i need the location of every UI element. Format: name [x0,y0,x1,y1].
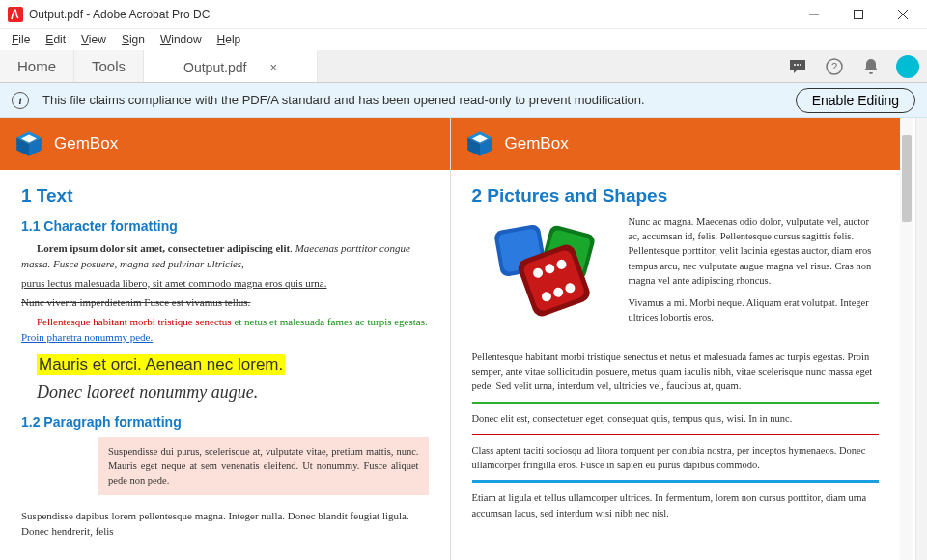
help-icon[interactable]: ? [823,55,846,78]
page-2-header: GemBox [451,118,901,170]
svg-rect-2 [855,10,863,18]
acrobat-app-icon [8,7,23,22]
svg-point-7 [800,64,801,66]
menu-file[interactable]: File [4,31,38,48]
window-title: Output.pdf - Adobe Acrobat Pro DC [29,8,210,21]
blue-rule [472,480,880,483]
page-2-para-4: Etiam at ligula et tellus ullamcorper ul… [472,490,880,519]
pink-box: Suspendisse dui purus, scelerisque at, v… [98,437,429,495]
chat-icon[interactable] [786,55,809,78]
menu-sign[interactable]: Sign [114,31,153,48]
gembox-logo-icon [14,128,44,159]
subsection-1-2-heading: 1.2 Paragraph formatting [21,414,429,430]
menu-edit[interactable]: Edit [38,31,73,48]
body-line-4: Pellentesque habitant morbi tristique se… [21,315,429,346]
info-icon: i [12,92,29,109]
maximize-icon [854,10,863,19]
tab-close-icon[interactable]: × [269,60,277,74]
page-1-header: GemBox [0,118,450,170]
document-viewport: GemBox 1 Text 1.1 Character formatting L… [0,118,927,560]
maximize-button[interactable] [836,0,881,29]
tail-text: Suspendisse dapibus lorem pellentesque m… [21,509,429,540]
menu-view[interactable]: View [73,31,114,48]
page-2-brand: GemBox [505,134,569,154]
infobar: i This file claims compliance with the P… [0,83,927,118]
menubar: File Edit View Sign Window Help [0,29,927,50]
svg-text:?: ? [831,61,837,72]
page-2: GemBox 2 Pictures and Shapes [450,118,901,560]
body-line-1: Lorem ipsum dolor sit amet, consectetuer… [21,241,429,272]
gembox-logo-icon [464,128,495,159]
minimize-button[interactable] [792,0,836,29]
tab-tools[interactable]: Tools [74,50,144,82]
script-text: Donec laoreet nonummy augue. [37,382,429,403]
menu-help[interactable]: Help [210,31,249,48]
minimize-icon [809,10,819,19]
tab-document[interactable]: Output.pdf × [144,50,318,82]
tabstrip: Home Tools Output.pdf × ? [0,50,927,83]
svg-point-6 [797,64,799,66]
tab-document-label: Output.pdf [183,60,246,75]
titlebar: Output.pdf - Adobe Acrobat Pro DC [0,0,927,29]
menu-window[interactable]: Window [153,31,210,48]
body-line-2: purus lectus malesuada libero, sit amet … [21,276,429,292]
page-1-brand: GemBox [54,134,118,154]
section-1-heading: 1 Text [21,185,429,207]
tab-home[interactable]: Home [0,50,74,82]
page-2-side-text: Nunc ac magna. Maecenas odio dolor, vulp… [629,214,880,340]
dice-image [472,214,617,340]
vertical-scrollbar[interactable] [900,118,913,560]
bell-icon[interactable] [859,55,883,78]
svg-point-5 [794,64,796,66]
page-2-para-2: Donec elit est, consectetuer eget, conse… [472,411,880,426]
avatar[interactable] [896,55,919,78]
close-icon [898,10,908,19]
page-2-para-1: Pellentesque habitant morbi tristique se… [472,350,880,394]
page-1: GemBox 1 Text 1.1 Character formatting L… [0,118,450,560]
subsection-1-1-heading: 1.1 Character formatting [21,218,429,234]
red-rule [472,434,880,435]
scrollbar-thumb[interactable] [902,135,912,222]
tools-pane-collapsed[interactable] [915,118,927,560]
close-button[interactable] [881,0,925,29]
infobar-message: This file claims compliance with the PDF… [42,93,645,107]
body-line-3: Nunc viverra imperdietenim Fusce est viv… [21,295,429,311]
highlighted-text: Mauris et orci. Aenean nec lorem. [37,353,429,378]
section-2-heading: 2 Pictures and Shapes [472,185,880,207]
green-rule [472,402,880,404]
page-2-para-3: Class aptent taciti sociosqu ad litora t… [472,443,880,472]
enable-editing-button[interactable]: Enable Editing [796,88,915,113]
